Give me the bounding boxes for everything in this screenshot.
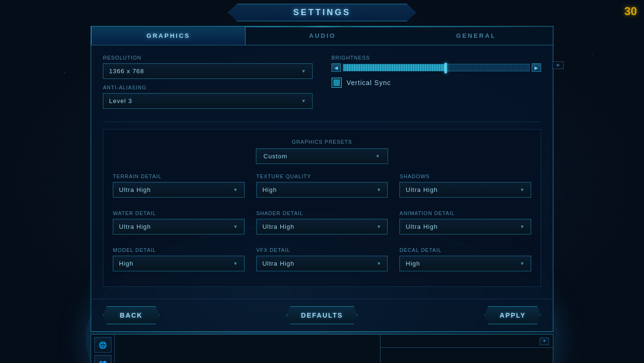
defaults-button[interactable]: Defaults [287, 306, 358, 324]
settings-panel: GRAPHICS AUDIO GENERAL Resolution 1366 x… [91, 26, 553, 332]
corner-number: 30 [624, 5, 637, 18]
shadows-dropdown[interactable]: Ultra High ▼ [399, 182, 531, 198]
sidebar-icons: 🌐 👥 ⊞ ✉ [91, 335, 115, 363]
tab-general[interactable]: GENERAL [399, 26, 553, 45]
tab-audio[interactable]: AUDIO [246, 26, 399, 45]
right-panel: ▼ [381, 335, 553, 363]
texture-label: Texture Quality [256, 173, 388, 179]
chat-area: ↵ [115, 335, 381, 363]
vfx-detail-item: VFX Detail Ultra High ▼ [256, 247, 388, 277]
shader-dropdown[interactable]: Ultra High ▼ [256, 219, 388, 234]
resolution-dropdown[interactable]: 1366 x 768 ▼ [103, 63, 313, 79]
texture-value: High [263, 186, 277, 193]
eye-icon: 👁 [556, 63, 560, 68]
vsync-label: Vertical Sync [347, 79, 391, 86]
vfx-value: Ultra High [263, 260, 295, 267]
right-panel-header: ▼ [381, 335, 553, 348]
aa-arrow-icon: ▼ [301, 98, 306, 104]
bottom-buttons: Back Defaults Apply [91, 299, 553, 331]
model-arrow-icon: ▼ [233, 261, 238, 266]
left-controls: Resolution 1366 x 768 ▼ Anti-Aliasing Le… [103, 55, 313, 114]
presets-dropdown[interactable]: Custom ▼ [256, 148, 388, 164]
model-dropdown[interactable]: High ▼ [113, 256, 245, 271]
resolution-arrow-icon: ▼ [301, 69, 306, 74]
shadows-value: Ultra High [406, 186, 438, 193]
brightness-decrease-button[interactable]: ◀ [331, 63, 341, 72]
terrain-value: Ultra High [119, 186, 151, 193]
shadows-arrow-icon: ▼ [520, 187, 525, 192]
brightness-thumb [444, 63, 447, 73]
aa-value: Level 3 [109, 97, 132, 104]
resolution-value: 1366 x 768 [109, 68, 144, 75]
eye-button[interactable]: 👁 [552, 61, 564, 69]
decal-value: High [406, 260, 420, 267]
anti-aliasing-dropdown[interactable]: Level 3 ▼ [103, 93, 313, 109]
detail-grid: Terrain Detail Ultra High ▼ Texture Qual… [113, 173, 531, 277]
shader-label: Shader Detail [256, 210, 388, 216]
content-area: Resolution 1366 x 768 ▼ Anti-Aliasing Le… [91, 45, 553, 299]
vsync-row: Vertical Sync [331, 78, 541, 88]
tab-bar: GRAPHICS AUDIO GENERAL [91, 26, 553, 45]
animation-value: Ultra High [406, 223, 438, 230]
apply-button[interactable]: Apply [484, 306, 541, 324]
title-bar: SETTINGS [228, 4, 416, 21]
water-detail-item: Water Detail Ultra High ▼ [113, 210, 245, 240]
basic-settings-section: Resolution 1366 x 768 ▼ Anti-Aliasing Le… [103, 55, 541, 122]
shader-arrow-icon: ▼ [376, 224, 381, 229]
shadows-item: Shadows Ultra High ▼ [399, 173, 531, 203]
model-detail-item: Model Detail High ▼ [113, 247, 245, 277]
page-title: SETTINGS [274, 4, 370, 21]
vfx-label: VFX Detail [256, 247, 388, 253]
panel-dropdown-button[interactable]: ▼ [540, 337, 549, 345]
water-arrow-icon: ▼ [233, 224, 238, 229]
vsync-checkbox[interactable] [331, 78, 342, 88]
animation-detail-item: Animation Detail Ultra High ▼ [399, 210, 531, 240]
model-value: High [119, 260, 134, 267]
vfx-dropdown[interactable]: Ultra High ▼ [256, 256, 388, 271]
main-container: SETTINGS 30 GRAPHICS AUDIO GENERAL Resol… [0, 0, 644, 363]
aa-label: Anti-Aliasing [103, 85, 313, 90]
back-button[interactable]: Back [103, 306, 160, 324]
checkbox-fill [333, 79, 340, 86]
bottom-panel: 🌐 👥 ⊞ ✉ ↵ [91, 334, 553, 363]
decal-label: Decal Detail [399, 247, 531, 253]
brightness-increase-button[interactable]: ▶ [532, 63, 541, 72]
tab-graphics[interactable]: GRAPHICS [91, 26, 246, 45]
water-value: Ultra High [119, 223, 151, 230]
brightness-track-fill [343, 64, 446, 71]
resolution-label: Resolution [103, 55, 313, 60]
texture-quality-item: Texture Quality High ▼ [256, 173, 388, 203]
texture-arrow-icon: ▼ [376, 187, 381, 192]
brightness-label: Brightness [331, 55, 541, 60]
animation-dropdown[interactable]: Ultra High ▼ [399, 219, 531, 234]
decal-arrow-icon: ▼ [520, 261, 525, 266]
shader-detail-item: Shader Detail Ultra High ▼ [256, 210, 388, 240]
chat-messages [115, 335, 380, 363]
animation-arrow-icon: ▼ [520, 224, 525, 229]
texture-dropdown[interactable]: High ▼ [256, 182, 388, 198]
right-controls: Brightness ◀ ▶ Vert [331, 55, 541, 114]
presets-value: Custom [263, 153, 288, 160]
brightness-track-empty [446, 64, 529, 71]
water-label: Water Detail [113, 210, 245, 216]
terrain-dropdown[interactable]: Ultra High ▼ [113, 182, 245, 198]
globe-icon[interactable]: 🌐 [94, 337, 111, 353]
vfx-arrow-icon: ▼ [376, 261, 381, 266]
presets-arrow-icon: ▼ [375, 154, 381, 159]
presets-row: Graphics Presets Custom ▼ [113, 139, 531, 164]
terrain-detail-item: Terrain Detail Ultra High ▼ [113, 173, 245, 203]
brightness-slider-container: ◀ ▶ [331, 63, 541, 72]
shader-value: Ultra High [263, 223, 295, 230]
model-label: Model Detail [113, 247, 245, 253]
group-icon[interactable]: 👥 [94, 355, 111, 363]
presets-label: Graphics Presets [292, 139, 352, 145]
decal-detail-item: Decal Detail High ▼ [399, 247, 531, 277]
water-dropdown[interactable]: Ultra High ▼ [113, 219, 245, 234]
decal-dropdown[interactable]: High ▼ [399, 256, 531, 271]
animation-label: Animation Detail [399, 210, 531, 216]
detail-settings-section: Graphics Presets Custom ▼ Terrain Detail… [103, 129, 541, 287]
shadows-label: Shadows [399, 173, 531, 179]
brightness-track[interactable] [343, 64, 530, 71]
terrain-arrow-icon: ▼ [233, 187, 238, 192]
terrain-label: Terrain Detail [113, 173, 245, 179]
